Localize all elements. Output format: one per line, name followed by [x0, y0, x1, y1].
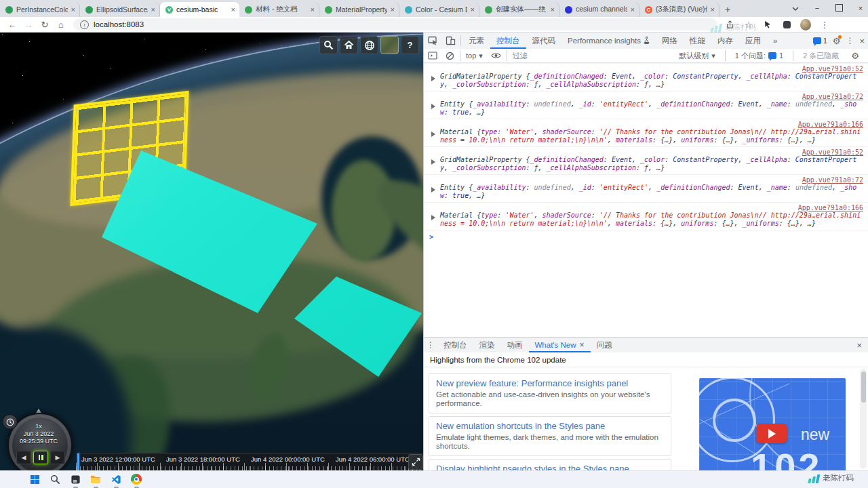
timeline[interactable]: Jun 3 2022 12:00:00 UTCJun 3 2022 18:00:…	[76, 453, 423, 470]
extension-square-icon[interactable]	[781, 19, 792, 30]
home-button[interactable]: ⌂	[53, 20, 69, 30]
source-link[interactable]: App.vue?91a0:166	[440, 121, 863, 128]
source-link[interactable]: App.vue?91a0:72	[440, 93, 863, 100]
devtools-tab-6[interactable]: 性能	[684, 33, 711, 49]
browser-tab-8[interactable]: cesium channels_百×	[559, 2, 639, 17]
site-info-icon[interactable]: i	[80, 20, 89, 29]
reload-button[interactable]: ↻	[37, 20, 53, 30]
whats-new-card-link[interactable]: New emulation shortcuts in the Styles pa…	[436, 421, 664, 431]
inspect-element-icon[interactable]	[424, 33, 441, 49]
forward-button[interactable]: →	[20, 20, 37, 30]
home-view-button[interactable]	[340, 36, 358, 54]
scrollbar[interactable]	[860, 369, 867, 469]
settings-gear-icon[interactable]: ⚙	[833, 36, 841, 46]
console-row-4[interactable]: App.vue?91a0:52GridMaterialProperty {_de…	[424, 146, 868, 174]
console-row-3[interactable]: App.vue?91a0:166Material {type: 'Water',…	[424, 119, 868, 146]
base-layer-picker-button[interactable]	[380, 36, 399, 54]
taskbar-vscode-icon[interactable]	[108, 472, 123, 486]
source-link[interactable]: App.vue?91a0:166	[440, 204, 863, 211]
tab-close-icon[interactable]: ×	[231, 5, 235, 14]
drawer-tab-5[interactable]: 问题	[591, 338, 618, 352]
devtools-tab-3[interactable]: 源代码	[526, 33, 562, 49]
source-link[interactable]: App.vue?91a0:52	[440, 65, 863, 73]
console-settings-gear-icon[interactable]: ⚙	[847, 51, 863, 61]
geocoder-search-button[interactable]	[319, 36, 338, 54]
fullscreen-button[interactable]	[408, 454, 423, 470]
devtools-tab-9[interactable]: »	[767, 33, 783, 49]
back-button[interactable]: ←	[4, 20, 20, 30]
devtools-close-icon[interactable]: ×	[859, 36, 865, 46]
clear-console-icon[interactable]	[441, 52, 458, 60]
cesium-viewer[interactable]: ? 1x Jun 3 2022 09:25:39 UTC ◀ ▶ Jun 3 2…	[0, 33, 423, 470]
expand-caret-icon[interactable]	[431, 76, 435, 81]
devtools-tab-4[interactable]: Performance insights	[561, 33, 656, 49]
drawer-tab-4[interactable]: What's New×	[529, 338, 591, 352]
browser-tab-7[interactable]: 创建实体——绝×	[479, 2, 559, 17]
devtools-tab-5[interactable]: 网络	[656, 33, 684, 49]
devtools-menu-icon[interactable]: ⋮	[846, 36, 854, 45]
expand-caret-icon[interactable]	[431, 187, 435, 192]
live-expression-eye-icon[interactable]	[487, 52, 505, 59]
play-forward-button[interactable]: ▶	[50, 451, 65, 464]
browser-tab-4[interactable]: 材料 - 绝文档×	[239, 2, 319, 17]
devtools-tab-1[interactable]: 元素	[462, 33, 490, 49]
taskbar-chrome-icon[interactable]	[129, 472, 144, 486]
avatar[interactable]	[800, 19, 811, 30]
address-bar[interactable]: i localhost:8083	[73, 18, 717, 30]
expand-caret-icon[interactable]	[431, 131, 435, 137]
browser-tab-9[interactable]: C(3条消息) (Vue)使用×	[639, 2, 719, 17]
tab-close-icon[interactable]: ×	[551, 5, 555, 14]
taskbar-file-explorer-icon[interactable]	[88, 472, 103, 486]
scrollbar-thumb[interactable]	[861, 371, 866, 403]
browser-menu-icon[interactable]: ⋮	[819, 19, 830, 30]
tab-close-icon[interactable]: ×	[391, 5, 395, 14]
tab-close-icon[interactable]: ×	[471, 5, 475, 14]
console-row-2[interactable]: App.vue?91a0:72Entity {_availability: un…	[424, 91, 868, 119]
console-row-1[interactable]: App.vue?91a0:52GridMaterialProperty {_de…	[424, 63, 868, 91]
tab-close-icon[interactable]: ×	[71, 5, 75, 14]
taskbar-search-icon[interactable]	[47, 472, 62, 486]
console-prompt[interactable]: >	[424, 230, 868, 244]
drawer-tab-2[interactable]: 渲染	[473, 338, 501, 352]
maximize-button[interactable]	[834, 4, 844, 13]
tab-close-icon[interactable]: ×	[631, 5, 635, 14]
issues-counter[interactable]: 1 个问题: 1	[731, 51, 787, 61]
navigation-help-button[interactable]: ?	[401, 36, 419, 54]
tab-close-icon[interactable]: ×	[711, 5, 715, 14]
pause-button[interactable]	[33, 451, 48, 464]
devtools-tab-7[interactable]: 内存	[711, 33, 739, 49]
browser-tab-3[interactable]: Vcesium-basic×	[160, 2, 239, 17]
youtube-play-button[interactable]	[756, 424, 787, 443]
taskbar-start-icon[interactable]	[27, 472, 42, 486]
issues-badge[interactable]: 1	[813, 37, 827, 45]
play-reverse-button[interactable]: ◀	[16, 451, 31, 464]
source-link[interactable]: App.vue?91a0:72	[440, 176, 863, 184]
context-selector[interactable]: top▾	[462, 52, 487, 60]
drawer-menu-icon[interactable]: ⋮	[424, 338, 437, 353]
console-log[interactable]: App.vue?91a0:52GridMaterialProperty {_de…	[424, 63, 868, 337]
devtools-tab-2[interactable]: 控制台	[490, 33, 526, 49]
tab-close-icon[interactable]: ×	[151, 5, 155, 14]
source-link[interactable]: App.vue?91a0:52	[440, 148, 863, 156]
console-row-5[interactable]: App.vue?91a0:72Entity {_availability: un…	[424, 174, 868, 202]
devtools-tab-8[interactable]: 应用	[739, 33, 767, 49]
timeline-current-time-needle[interactable]	[77, 453, 79, 470]
tab-search-icon[interactable]	[791, 4, 800, 12]
browser-tab-2[interactable]: EllipsoidSurfaceApp×	[80, 2, 160, 17]
minimize-button[interactable]: −	[812, 4, 822, 12]
browser-tab-1[interactable]: PerInstanceColorAp×	[0, 2, 80, 17]
scene-mode-globe-button[interactable]	[360, 36, 378, 54]
drawer-tab-3[interactable]: 动画	[501, 338, 529, 352]
drawer-close-icon[interactable]: ×	[856, 340, 868, 350]
console-row-6[interactable]: App.vue?91a0:166Material {type: 'Water',…	[424, 202, 868, 230]
console-sidebar-icon[interactable]	[424, 52, 441, 60]
close-window-button[interactable]: ×	[856, 4, 865, 12]
tab-close-icon[interactable]: ×	[311, 5, 315, 14]
drawer-tab-1[interactable]: 控制台	[437, 338, 473, 352]
browser-tab-6[interactable]: Color - Cesium Doc×	[399, 2, 479, 17]
extension-pointer-icon[interactable]	[762, 19, 773, 30]
drawer-tab-close-icon[interactable]: ×	[580, 340, 585, 350]
expand-caret-icon[interactable]	[431, 215, 435, 220]
chrome-102-promo-image[interactable]: 102 new	[699, 378, 846, 471]
expand-caret-icon[interactable]	[431, 159, 435, 165]
